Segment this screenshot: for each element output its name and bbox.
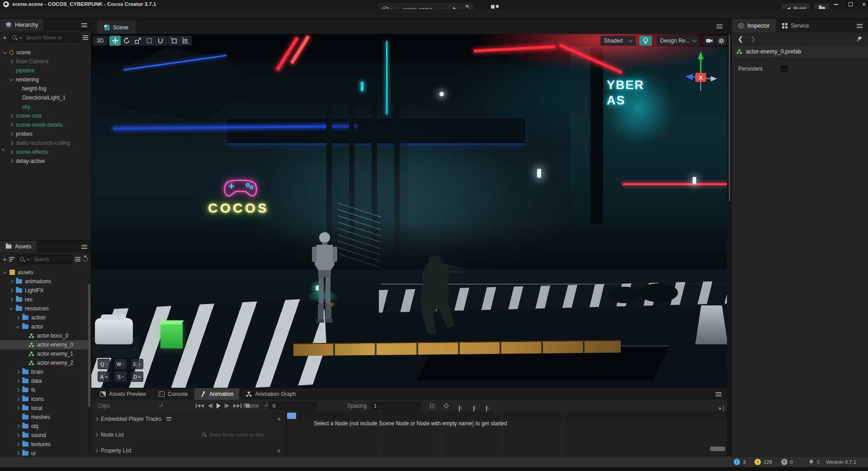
toggle-3d-button[interactable]: 3D (93, 36, 108, 46)
asset-row[interactable]: meshes (0, 413, 91, 422)
hierarchy-node-row[interactable]: rendering (0, 75, 91, 84)
play-animation-button[interactable] (217, 403, 221, 409)
refresh-assets-icon[interactable] (82, 256, 89, 262)
grid-options-icon[interactable] (429, 403, 434, 408)
hierarchy-node-row[interactable]: delay-active (0, 157, 91, 166)
persistent-checkbox[interactable] (781, 66, 788, 72)
warning-count[interactable]: 129 (764, 459, 772, 465)
asset-row[interactable]: fx (0, 385, 91, 395)
expand-arrow-icon[interactable] (9, 132, 13, 136)
playhead[interactable] (287, 413, 296, 419)
error-icon[interactable]: ✕ (781, 459, 788, 465)
scene-viewport[interactable]: YBER AS (91, 34, 727, 388)
expand-arrow-icon[interactable] (9, 60, 13, 63)
step-back-button[interactable] (208, 403, 212, 409)
embedded-tracks-menu-icon[interactable] (166, 417, 171, 421)
asset-row[interactable]: local (0, 404, 91, 413)
scrollbar-thumb[interactable] (88, 284, 90, 407)
expand-arrow-icon[interactable] (9, 298, 13, 301)
expand-arrow-icon[interactable] (9, 289, 13, 292)
asset-row[interactable]: actor-enemy_1 (0, 349, 91, 358)
scene-panel-menu-icon[interactable] (717, 24, 722, 29)
frame-value-input[interactable] (269, 402, 316, 410)
bottom-tab[interactable]: Animation (194, 388, 239, 400)
expand-arrow-icon[interactable] (9, 141, 13, 145)
add-property-button[interactable]: + (277, 447, 281, 454)
hierarchy-node-row[interactable]: Main Camera (0, 57, 91, 66)
scale-tool-icon[interactable] (132, 36, 143, 46)
inspector-tab[interactable]: Inspector (732, 19, 776, 33)
timeline-ruler[interactable] (286, 412, 727, 420)
asset-row[interactable]: sound (0, 431, 91, 440)
asset-row[interactable]: actor-enemy_2 (0, 358, 91, 367)
expand-arrow-icon[interactable] (9, 123, 13, 127)
hierarchy-node-row[interactable]: pipeline (0, 66, 91, 75)
notification-count[interactable]: 0 (817, 459, 820, 465)
sort-assets-icon[interactable] (9, 257, 14, 262)
expand-arrow-icon[interactable] (3, 50, 7, 54)
menu-item[interactable] (31, 9, 41, 19)
key-hint-button[interactable]: Q▾ (98, 359, 110, 369)
timeline-zoom-handle[interactable] (710, 447, 725, 451)
ui-transform-tool-icon[interactable] (155, 36, 166, 46)
scene-camera-button[interactable] (703, 36, 715, 46)
key-hint-button[interactable]: A◀ (98, 371, 110, 382)
keyframe-icon[interactable] (443, 403, 448, 408)
assets-menu-icon[interactable] (81, 245, 87, 249)
scene-tab[interactable]: Scene (97, 21, 136, 34)
bottom-tab[interactable]: Console (153, 388, 193, 400)
assets-scrollbar[interactable] (88, 284, 90, 452)
asset-row[interactable]: LightFX (0, 286, 91, 295)
expand-arrow-icon[interactable] (16, 370, 19, 374)
hierarchy-node-row[interactable]: sky (0, 102, 91, 111)
expand-arrow-icon[interactable] (16, 433, 19, 437)
history-forward-button[interactable]: ❯ (750, 35, 756, 43)
hierarchy-node-row[interactable]: scene (0, 48, 91, 57)
bottom-tab[interactable]: Animation Graph (240, 388, 302, 400)
menu-item[interactable] (41, 9, 51, 19)
expand-arrow-icon[interactable] (9, 280, 13, 283)
vertical-splitter[interactable] (727, 19, 732, 456)
search-filter-chevron-icon[interactable] (27, 257, 30, 260)
expand-arrow-icon[interactable] (3, 270, 7, 274)
frame-mode-chevron-icon[interactable] (264, 403, 267, 406)
rect-tool-icon[interactable] (143, 36, 155, 46)
menu-item[interactable] (51, 9, 61, 19)
hierarchy-search-box[interactable] (9, 33, 80, 43)
expand-arrow-icon[interactable] (16, 324, 19, 328)
asset-row[interactable]: obj (0, 422, 91, 431)
hierarchy-search-input[interactable] (26, 35, 78, 40)
inspector-menu-icon[interactable] (857, 24, 863, 28)
search-filter-chevron-icon[interactable] (19, 35, 22, 38)
expand-arrow-icon[interactable] (9, 77, 13, 81)
hierarchy-tab[interactable]: Hierarchy (0, 19, 43, 31)
shading-mode-dropdown[interactable]: Shaded (600, 36, 636, 46)
expand-arrow-icon[interactable] (16, 388, 19, 392)
inspected-asset-row[interactable]: actor-enemy_0.prefab (732, 45, 868, 58)
asset-row[interactable]: assets (0, 268, 91, 277)
frame-mode-label[interactable]: Frame (243, 403, 259, 409)
key-hint-button[interactable]: W+ (114, 359, 127, 369)
timeline-column-divider[interactable] (286, 412, 287, 457)
expand-arrow-icon[interactable] (16, 452, 19, 455)
pin-icon[interactable] (856, 36, 863, 42)
node-filter-box[interactable] (201, 431, 283, 439)
menu-item[interactable] (11, 9, 21, 19)
info-icon[interactable]: i (734, 459, 740, 465)
expand-arrow-icon[interactable] (94, 448, 98, 452)
expand-arrow-icon[interactable] (9, 114, 13, 118)
gizmo-space-icon[interactable] (179, 36, 191, 46)
assets-view-options-icon[interactable] (75, 257, 80, 262)
asset-row[interactable]: res (0, 295, 91, 304)
add-asset-button[interactable]: + (3, 257, 7, 262)
add-node-button[interactable]: + (3, 35, 7, 40)
asset-row[interactable]: animations (0, 277, 91, 286)
design-resolution-dropdown[interactable]: Design Re... (656, 36, 700, 46)
node-list-section[interactable]: Node List (91, 429, 286, 441)
expand-arrow-icon[interactable] (9, 159, 13, 163)
expand-arrow-icon[interactable] (16, 379, 19, 383)
skip-to-start-button[interactable] (196, 403, 204, 409)
step-forward-button[interactable] (225, 403, 229, 409)
axis-gizmo[interactable]: X (677, 47, 724, 94)
add-track-button[interactable]: + (277, 415, 281, 423)
